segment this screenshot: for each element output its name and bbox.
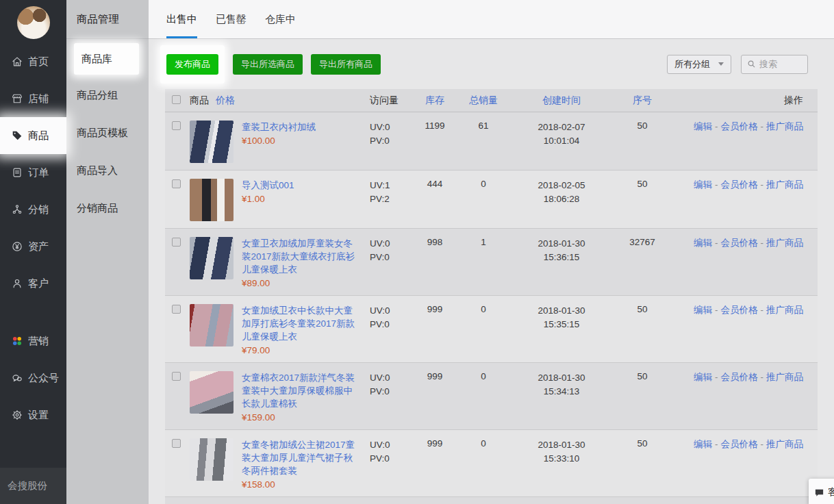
- promote-product-link[interactable]: 推广商品: [766, 372, 803, 382]
- product-image[interactable]: [190, 237, 233, 279]
- tab-on-sale[interactable]: 出售中: [166, 0, 197, 38]
- sidebar-item-customers[interactable]: 客户: [0, 265, 66, 302]
- created-time: 10:01:04: [510, 134, 613, 148]
- product-name-link[interactable]: 女童冬裙加绒公主裙2017童装大童加厚儿童洋气裙子秋冬两件裙套装: [242, 438, 355, 477]
- product-image[interactable]: [190, 121, 233, 163]
- created-date: 2018-01-30: [510, 237, 613, 251]
- created-date: 2018-01-30: [510, 438, 613, 452]
- sidebar-item-orders[interactable]: 订单: [0, 154, 66, 191]
- action-separator: -: [761, 372, 764, 382]
- col-price-sort[interactable]: 价格: [216, 94, 235, 105]
- export-all-button[interactable]: 导出所有商品: [311, 54, 381, 75]
- tab-warehouse[interactable]: 仓库中: [265, 0, 296, 38]
- marketing-clover-icon: [11, 335, 23, 347]
- submenu-item-distribution-products[interactable]: 分销商品: [66, 190, 149, 227]
- created-date: 2018-02-07: [510, 121, 613, 134]
- search-box[interactable]: [741, 55, 808, 74]
- sidebar-item-marketing[interactable]: 营销: [0, 323, 66, 360]
- col-sales-sort[interactable]: 总销量: [457, 94, 510, 107]
- sidebar-item-shop[interactable]: 店铺: [0, 80, 66, 117]
- customer-service-widget[interactable]: 客: [809, 479, 834, 504]
- edit-link[interactable]: 编辑: [694, 372, 712, 382]
- row-checkbox[interactable]: [172, 439, 181, 448]
- row-checkbox[interactable]: [172, 121, 181, 130]
- publish-product-button[interactable]: 发布商品: [166, 54, 218, 75]
- pv-value: PV:0: [370, 452, 413, 466]
- row-checkbox[interactable]: [172, 305, 181, 314]
- row-checkbox[interactable]: [172, 238, 181, 247]
- row-checkbox[interactable]: [172, 372, 181, 381]
- promote-product-link[interactable]: 推广商品: [766, 439, 803, 449]
- promote-product-link[interactable]: 推广商品: [766, 121, 803, 131]
- product-image[interactable]: [190, 438, 233, 481]
- product-name-link[interactable]: 导入测试001: [242, 179, 355, 192]
- sidebar-item-label: 店铺: [28, 92, 49, 105]
- sidebar-item-assets[interactable]: 资产: [0, 228, 66, 265]
- sidebar-item-home[interactable]: 首页: [0, 43, 66, 80]
- member-price-link[interactable]: 会员价格: [721, 439, 758, 449]
- row-checkbox[interactable]: [172, 179, 181, 188]
- product-name-link[interactable]: 女童加绒卫衣中长款中大童加厚打底衫冬童装2017新款儿童保暖上衣: [242, 304, 355, 343]
- action-separator: -: [715, 372, 718, 382]
- promote-product-link[interactable]: 推广商品: [766, 238, 803, 248]
- submenu-item-product-groups[interactable]: 商品分组: [66, 77, 149, 114]
- member-price-link[interactable]: 会员价格: [721, 121, 758, 131]
- col-serial-sort[interactable]: 序号: [613, 94, 672, 107]
- submenu-item-product-library[interactable]: 商品库: [74, 43, 139, 75]
- action-separator: -: [715, 439, 718, 449]
- edit-link[interactable]: 编辑: [694, 179, 712, 190]
- product-price: ¥89.00: [242, 278, 355, 288]
- product-name-link[interactable]: 女童卫衣加绒加厚童装女冬装2017新款大童绒衣打底衫儿童保暖上衣: [242, 237, 355, 276]
- avatar[interactable]: [17, 6, 50, 39]
- submenu-item-product-page-template[interactable]: 商品页模板: [66, 114, 149, 152]
- submenu-item-label: 商品分组: [77, 89, 118, 102]
- created-time: 15:35:15: [510, 318, 613, 331]
- product-name-link[interactable]: 童装卫衣内衬加绒: [242, 121, 355, 134]
- member-price-link[interactable]: 会员价格: [721, 372, 758, 382]
- pv-value: PV:0: [370, 385, 413, 399]
- pv-value: PV:0: [370, 134, 413, 148]
- serial-value: 50: [613, 171, 672, 196]
- product-price: ¥1.00: [242, 194, 355, 204]
- group-filter-select[interactable]: 所有分组: [667, 55, 731, 74]
- sales-value: 0: [457, 430, 510, 455]
- product-image[interactable]: [190, 371, 233, 414]
- search-icon: [747, 60, 756, 68]
- created-date: 2018-01-30: [510, 371, 613, 385]
- member-price-link[interactable]: 会员价格: [721, 179, 758, 190]
- export-selected-button[interactable]: 导出所选商品: [233, 54, 303, 75]
- sidebar-item-official-account[interactable]: 公众号: [0, 360, 66, 396]
- tab-sold-out[interactable]: 已售罄: [216, 0, 247, 38]
- uv-value: UV:0: [370, 304, 413, 318]
- sidebar-item-label: 设置: [28, 409, 49, 422]
- main-content: 出售中 已售罄 仓库中 发布商品 导出所选商品 导出所有商品 所有分组: [149, 0, 834, 504]
- promote-product-link[interactable]: 推广商品: [766, 179, 803, 190]
- edit-link[interactable]: 编辑: [694, 238, 712, 248]
- select-all-checkbox[interactable]: [172, 95, 181, 104]
- product-image[interactable]: [190, 304, 233, 346]
- sidebar-item-label: 商品: [28, 129, 49, 142]
- submenu-item-product-import[interactable]: 商品导入: [66, 152, 149, 190]
- edit-link[interactable]: 编辑: [694, 305, 712, 315]
- col-product: 商品: [190, 94, 209, 105]
- yen-circle-icon: [11, 240, 23, 253]
- member-price-link[interactable]: 会员价格: [721, 238, 758, 248]
- stock-value: 999: [413, 363, 457, 388]
- sidebar-item-products[interactable]: 商品: [0, 117, 66, 154]
- sidebar-item-settings[interactable]: 设置: [0, 396, 66, 433]
- product-price: ¥159.00: [242, 412, 355, 423]
- member-price-link[interactable]: 会员价格: [721, 305, 758, 315]
- col-created-sort[interactable]: 创建时间: [510, 94, 613, 107]
- sidebar-item-distribution[interactable]: 分销: [0, 191, 66, 228]
- edit-link[interactable]: 编辑: [694, 121, 712, 131]
- product-image[interactable]: [190, 179, 233, 221]
- product-name-link[interactable]: 女童棉衣2017新款洋气冬装童装中大童加厚保暖棉服中长款儿童棉袄: [242, 371, 355, 410]
- col-stock-sort[interactable]: 库存: [413, 94, 457, 107]
- promote-product-link[interactable]: 推广商品: [766, 305, 803, 315]
- created-time: 15:33:10: [510, 452, 613, 466]
- table-row: 女童冬裙加绒公主裙2017童装大童加厚儿童洋气裙子秋冬两件裙套装 ¥158.00…: [165, 430, 818, 497]
- sidebar-item-label: 营销: [28, 335, 49, 348]
- search-input[interactable]: [759, 59, 802, 69]
- sales-value: 0: [457, 363, 510, 388]
- edit-link[interactable]: 编辑: [694, 439, 712, 449]
